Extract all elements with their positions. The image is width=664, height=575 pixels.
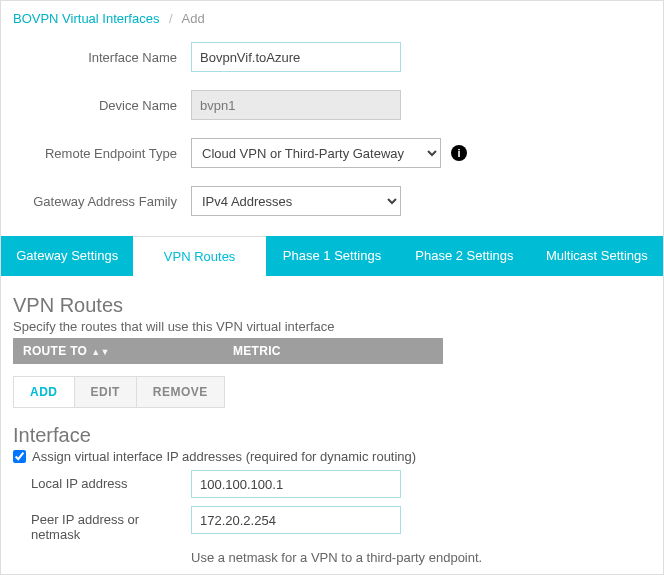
edit-button[interactable]: EDIT <box>75 377 137 407</box>
col-metric[interactable]: METRIC <box>223 338 443 364</box>
col-route-to[interactable]: ROUTE TO▲▼ <box>13 338 223 364</box>
tab-phase2-settings[interactable]: Phase 2 Settings <box>398 236 530 276</box>
breadcrumb-root[interactable]: BOVPN Virtual Interfaces <box>13 11 159 26</box>
breadcrumb-current: Add <box>182 11 205 26</box>
gateway-family-select[interactable]: IPv4 Addresses <box>191 186 401 216</box>
remove-button[interactable]: REMOVE <box>137 377 224 407</box>
breadcrumb-separator: / <box>169 11 173 26</box>
assign-ip-label: Assign virtual interface IP addresses (r… <box>32 449 416 464</box>
add-button[interactable]: ADD <box>14 377 75 407</box>
sort-icon: ▲▼ <box>91 347 109 357</box>
remote-endpoint-label: Remote Endpoint Type <box>13 146 191 161</box>
routes-table: ROUTE TO▲▼ METRIC <box>13 338 443 364</box>
peer-ip-label: Peer IP address or netmask <box>31 506 191 542</box>
remote-endpoint-select[interactable]: Cloud VPN or Third-Party Gateway <box>191 138 441 168</box>
tab-vpn-routes[interactable]: VPN Routes <box>133 236 265 276</box>
info-icon[interactable]: i <box>451 145 467 161</box>
tab-bar: Gateway Settings VPN Routes Phase 1 Sett… <box>1 236 663 276</box>
tab-multicast-settings[interactable]: Multicast Settings <box>531 236 663 276</box>
gateway-family-label: Gateway Address Family <box>13 194 191 209</box>
tab-phase1-settings[interactable]: Phase 1 Settings <box>266 236 398 276</box>
interface-name-label: Interface Name <box>13 50 191 65</box>
device-name-input <box>191 90 401 120</box>
vpn-routes-title: VPN Routes <box>13 294 651 317</box>
peer-ip-hint: Use a netmask for a VPN to a third-party… <box>191 550 651 565</box>
interface-title: Interface <box>13 424 651 447</box>
peer-ip-input[interactable] <box>191 506 401 534</box>
tab-gateway-settings[interactable]: Gateway Settings <box>1 236 133 276</box>
local-ip-input[interactable] <box>191 470 401 498</box>
device-name-label: Device Name <box>13 98 191 113</box>
breadcrumb: BOVPN Virtual Interfaces / Add <box>1 1 663 42</box>
assign-ip-checkbox[interactable] <box>13 450 26 463</box>
routes-action-bar: ADD EDIT REMOVE <box>13 376 225 408</box>
local-ip-label: Local IP address <box>31 470 191 491</box>
interface-name-input[interactable] <box>191 42 401 72</box>
vpn-routes-desc: Specify the routes that will use this VP… <box>13 319 651 334</box>
